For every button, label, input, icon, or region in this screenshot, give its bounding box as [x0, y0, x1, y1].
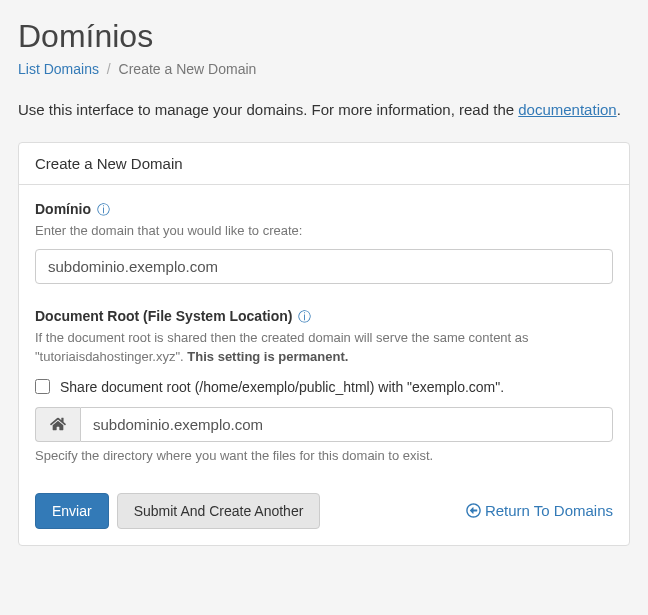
help-icon[interactable]: ⓘ: [97, 202, 110, 217]
docroot-input[interactable]: [80, 407, 613, 442]
home-icon: [35, 407, 80, 442]
docroot-subtext: If the document root is shared then the …: [35, 328, 613, 367]
breadcrumb-current: Create a New Domain: [119, 61, 257, 77]
panel-title: Create a New Domain: [19, 143, 629, 185]
domain-form-group: Domínio ⓘ Enter the domain that you woul…: [35, 201, 613, 284]
return-to-domains-link[interactable]: Return To Domains: [466, 502, 613, 519]
breadcrumb-list-domains[interactable]: List Domains: [18, 61, 99, 77]
documentation-link[interactable]: documentation: [518, 101, 616, 118]
create-domain-panel: Create a New Domain Domínio ⓘ Enter the …: [18, 142, 630, 546]
description-prefix: Use this interface to manage your domain…: [18, 101, 518, 118]
share-docroot-row[interactable]: Share document root (/home/exemplo/publi…: [35, 379, 613, 395]
return-label: Return To Domains: [485, 502, 613, 519]
docroot-helptext: Specify the directory where you want the…: [35, 448, 613, 463]
domain-subtext: Enter the domain that you would like to …: [35, 221, 613, 241]
page-description: Use this interface to manage your domain…: [18, 101, 630, 118]
breadcrumb-separator: /: [107, 61, 111, 77]
docroot-form-group: Document Root (File System Location) ⓘ I…: [35, 308, 613, 463]
page-title: Domínios: [18, 18, 630, 55]
return-icon: [466, 503, 481, 518]
domain-input[interactable]: [35, 249, 613, 284]
help-icon[interactable]: ⓘ: [298, 309, 311, 324]
domain-label: Domínio: [35, 201, 91, 217]
description-suffix: .: [617, 101, 621, 118]
share-docroot-checkbox[interactable]: [35, 379, 50, 394]
submit-create-another-button[interactable]: Submit And Create Another: [117, 493, 321, 529]
docroot-input-group: [35, 407, 613, 442]
docroot-label: Document Root (File System Location): [35, 308, 292, 324]
breadcrumb: List Domains / Create a New Domain: [18, 61, 630, 77]
share-docroot-label: Share document root (/home/exemplo/publi…: [60, 379, 504, 395]
submit-button[interactable]: Enviar: [35, 493, 109, 529]
docroot-subtext-strong: This setting is permanent.: [187, 349, 348, 364]
actions-row: Enviar Submit And Create Another Return …: [35, 493, 613, 529]
